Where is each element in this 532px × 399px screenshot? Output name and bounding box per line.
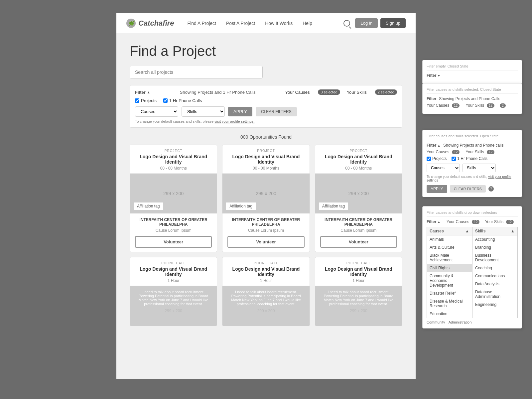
phone-card-header-2: PHONE CALL Logo Design and Visual Brand …	[222, 257, 309, 286]
panel-3-clear-button[interactable]: CLEAR FILTERS	[450, 185, 486, 193]
panel-3-projects-checkbox[interactable]	[427, 157, 431, 161]
phone-card-body-2: I need to talk about board recruitment. …	[222, 286, 309, 326]
projects-checkbox-label[interactable]: Projects	[135, 98, 157, 103]
volunteer-button-2[interactable]: Volunteer	[227, 236, 304, 248]
search-icon[interactable]	[343, 20, 350, 27]
panel-3-checkboxes: Projects 1 Hr Phone Calls	[427, 156, 518, 161]
project-card-3: PROJECT Logo Design and Visual Brand Ide…	[315, 145, 402, 252]
card-duration-1: 00 - 00 Months	[135, 166, 212, 171]
panel-4-filter-label[interactable]: Filter	[427, 219, 441, 224]
skill-item-coaching[interactable]: Coaching	[472, 264, 517, 272]
your-causes-badge: 3 selected	[318, 89, 340, 95]
profile-settings-link[interactable]: visit your profile settings.	[214, 119, 254, 123]
login-button[interactable]: Log in	[355, 18, 377, 28]
projects-checkbox[interactable]	[135, 98, 139, 103]
clear-filters-button[interactable]: CLEAR FILTERS	[256, 107, 297, 116]
card-duration-3: 00 - 00 Months	[320, 166, 397, 171]
cause-item-animals[interactable]: Animals	[427, 235, 472, 243]
panel-4-skills-badge: 12	[506, 220, 514, 224]
phone-card-3: PHONE CALL Logo Design and Visual Brand …	[315, 257, 402, 326]
signup-button[interactable]: Sign up	[380, 18, 406, 28]
card-title-3: Logo Design and Visual Brand Identity	[320, 154, 397, 165]
volunteer-button-1[interactable]: Volunteer	[135, 236, 212, 248]
panel-2-causes-row: Your Causes 12 Your Skills 12 2	[427, 103, 518, 108]
navbar: 🌿 Catchafire Find A Project Post A Proje…	[116, 13, 416, 33]
panel-3-skills-label: Your Skills	[466, 150, 484, 154]
card-image-size-1: 299 x 200	[163, 191, 184, 196]
skills-col-header: Skills ▲	[472, 227, 517, 235]
card-footer-3: INTERFAITH CENTER OF GREATER PHILADELPHA…	[315, 213, 402, 252]
filter-label[interactable]: Filter	[135, 90, 150, 95]
skill-item-data[interactable]: Data Analysis	[472, 280, 517, 288]
panel-3-causes-badge: 12	[452, 150, 460, 154]
panel-3-causes-select[interactable]: Causes	[427, 164, 460, 172]
skill-item-accounting[interactable]: Accounting	[472, 235, 517, 243]
panel-2-causes-badge: 12	[452, 103, 460, 108]
nav-post-project[interactable]: Post A Project	[226, 21, 255, 26]
phone-calls-checkbox[interactable]	[163, 98, 168, 103]
site-logo[interactable]: 🌿 Catchafire	[126, 19, 174, 28]
phone-card-body-3: I need to talk about board recruitment. …	[315, 286, 402, 326]
phone-card-header-3: PHONE CALL Logo Design and Visual Brand …	[315, 257, 402, 286]
cause-item-education[interactable]: Education	[427, 310, 472, 318]
panel-2-skills-label: Your Skills	[466, 103, 484, 108]
affiliation-tag-1: Affiliation tag	[133, 202, 164, 210]
panel-4-bottom-labels: Community Administration	[427, 320, 518, 324]
skill-item-database[interactable]: Database Administration	[472, 288, 517, 301]
skill-item-engineering[interactable]: Engineering	[472, 301, 517, 309]
panel-2-filter-label[interactable]: Filter	[427, 96, 436, 101]
card-cause-1: Cause Lorum Ipsum	[135, 228, 212, 233]
nav-help[interactable]: Help	[303, 21, 312, 26]
card-org-1: INTERFAITH CENTER OF GREATER PHILADELPHA	[135, 217, 212, 227]
panel-4-causes-label: Your Causes	[447, 219, 469, 224]
apply-button[interactable]: APPLY	[228, 107, 252, 116]
skills-select[interactable]: Skills	[182, 106, 225, 117]
panel-3-projects-label[interactable]: Projects	[427, 156, 447, 161]
cause-item-community[interactable]: Community & Economic Development	[427, 272, 472, 289]
phone-calls-checkbox-label[interactable]: 1 Hr Phone Calls	[163, 98, 202, 103]
skill-item-branding[interactable]: Branding	[472, 243, 517, 251]
cause-item-disease[interactable]: Disease & Medical Research	[427, 297, 472, 310]
panel-3-filter-label[interactable]: Filter	[427, 143, 441, 148]
phone-card-size-2: 299 x 200	[227, 309, 304, 313]
skill-item-communications[interactable]: Communications	[472, 272, 517, 280]
panel-1-filter-label[interactable]: Filter	[427, 73, 441, 78]
card-type-1: PROJECT	[135, 149, 212, 153]
panel-4-title: Filter causes and skills drop down selec…	[427, 210, 518, 217]
panel-3-phone-label[interactable]: 1 Hr Phone Calls	[452, 156, 487, 161]
phone-card-title-3: Logo Design and Visual Brand Identity	[320, 266, 397, 277]
phone-card-duration-3: 1 Hour	[320, 278, 397, 283]
cause-item-disaster[interactable]: Disaster Relief	[427, 289, 472, 297]
annotation-panel-3: Filter causes and skills selected. Open …	[422, 130, 522, 197]
panel-4-skills-label: Your Skills	[485, 219, 503, 224]
card-type-3: PROJECT	[320, 149, 397, 153]
cause-item-arts[interactable]: Arts & Culture	[427, 243, 472, 251]
causes-select[interactable]: Causes	[135, 106, 178, 117]
skill-item-business[interactable]: Business Development	[472, 251, 517, 264]
volunteer-button-3[interactable]: Volunteer	[320, 236, 397, 248]
logo-text: Catchafire	[138, 19, 174, 28]
nav-find-project[interactable]: Find A Project	[188, 21, 216, 26]
panel-3-phone-checkbox[interactable]	[452, 157, 456, 161]
card-image-size-3: 299 x 200	[348, 191, 369, 196]
card-cause-3: Cause Lorum Ipsum	[320, 228, 397, 233]
panel-3-apply-button[interactable]: APPLY	[427, 185, 447, 193]
cause-item-black-male[interactable]: Black Male Achievement	[427, 251, 472, 264]
search-area	[130, 66, 402, 78]
phone-cards-grid: PHONE CALL Logo Design and Visual Brand …	[130, 257, 402, 326]
causes-dropdown-col: Causes ▲ Animals Arts & Culture Black Ma…	[427, 227, 472, 318]
annotation-panel-1: Filter empty. Closed State Filter	[422, 60, 522, 84]
card-image-3: 299 x 200 Affiliation tag	[315, 174, 402, 213]
panel-3-skills-select[interactable]: Skills	[463, 164, 496, 172]
search-input[interactable]	[130, 66, 263, 78]
card-title-1: Logo Design and Visual Brand Identity	[135, 154, 212, 165]
cause-item-civil-rights[interactable]: Civil Rights	[427, 264, 472, 272]
card-image-1: 299 x 200 Affiliation tag	[130, 174, 217, 213]
panel-3-projects-text: Projects	[432, 156, 447, 161]
projects-label: Projects	[141, 98, 157, 103]
project-card-1: PROJECT Logo Design and Visual Brand Ide…	[130, 145, 217, 252]
logo-icon: 🌿	[126, 19, 136, 28]
phone-card-size-3: 299 x 200	[320, 309, 397, 313]
nav-how-it-works[interactable]: How It Works	[265, 21, 293, 26]
phone-card-body-1: I need to talk about board recruitment. …	[130, 286, 217, 326]
